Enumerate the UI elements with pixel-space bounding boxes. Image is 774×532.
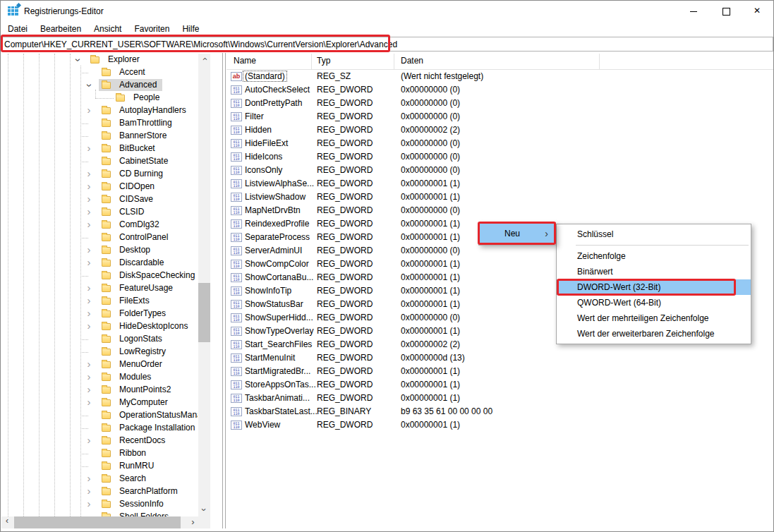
menu-favoriten[interactable]: Favoriten (128, 22, 176, 34)
value-name[interactable]: IconsOnly (245, 165, 282, 175)
value-name[interactable]: ListviewAlphaSe... (245, 179, 314, 188)
tree-item-modules[interactable]: ›Modules (1, 371, 198, 384)
tree-item-operationstatusmanager[interactable]: OperationStatusManager (1, 409, 198, 422)
value-name[interactable]: TaskbarAnimati... (245, 393, 310, 403)
tree-item-bitbucket[interactable]: ›BitBucket (1, 143, 198, 155)
chevron-right-icon[interactable]: › (85, 498, 93, 511)
registry-value-row[interactable]: 011110HideIconsREG_DWORD0x00000000 (0) (226, 150, 773, 164)
tree-item-runmru[interactable]: RunMRU (1, 460, 198, 473)
column-header-name[interactable]: Name (234, 56, 256, 66)
tree-item-recentdocs[interactable]: ›RecentDocs (1, 435, 198, 447)
chevron-right-icon[interactable]: › (85, 473, 93, 485)
value-name[interactable]: TaskbarStateLast... (245, 406, 318, 416)
menu-datei[interactable]: Datei (1, 22, 34, 34)
chevron-right-icon[interactable]: › (85, 435, 93, 447)
tree-item-discardable[interactable]: ›Discardable (1, 257, 198, 270)
registry-value-row[interactable]: 011110StoreAppsOnTas...REG_DWORD0x000000… (226, 378, 773, 392)
chevron-down-icon[interactable]: › (83, 81, 95, 90)
value-name[interactable]: MapNetDrvBtn (245, 205, 301, 215)
column-separator[interactable] (311, 54, 312, 69)
value-name[interactable]: StartMenuInit (245, 353, 295, 363)
tree-item-comdlg32[interactable]: ›ComDlg32 (1, 219, 198, 231)
chevron-down-icon[interactable]: › (71, 56, 84, 64)
registry-value-row[interactable]: 011110TaskbarStateLast...REG_BINARYb9 63… (226, 405, 773, 418)
chevron-right-icon[interactable]: › (85, 104, 93, 117)
close-button[interactable]: ✕ (742, 1, 774, 22)
registry-value-row[interactable]: 011110IconsOnlyREG_DWORD0x00000000 (0) (226, 164, 773, 177)
value-name[interactable]: ShowTypeOverlay (245, 326, 313, 336)
tree-item-cidsave[interactable]: ›CIDSave (1, 193, 198, 206)
chevron-right-icon[interactable]: › (85, 181, 93, 193)
value-name[interactable]: SeparateProcess (245, 232, 310, 242)
tree-item-hidedesktopicons[interactable]: ›HideDesktopIcons (1, 320, 198, 333)
value-name[interactable]: HideIcons (245, 152, 282, 162)
submenu-item-schl-ssel[interactable]: Schlüssel (557, 226, 751, 242)
tree-item-sessioninfo[interactable]: ›SessionInfo (1, 498, 198, 511)
submenu-item-qword-wert-64-bit-[interactable]: QWORD-Wert (64-Bit) (557, 295, 751, 310)
tree-item-controlpanel[interactable]: ControlPanel (1, 231, 198, 244)
registry-value-row[interactable]: 011110HiddenREG_DWORD0x00000002 (2) (226, 123, 773, 137)
tree-item-explorer[interactable]: ›Explorer (1, 54, 198, 66)
value-name[interactable]: Hidden (245, 125, 272, 135)
chevron-right-icon[interactable]: › (85, 282, 93, 295)
chevron-right-icon[interactable]: › (85, 320, 93, 333)
value-name[interactable]: AutoCheckSelect (245, 85, 310, 95)
registry-value-row[interactable]: 011110ListviewAlphaSe...REG_DWORD0x00000… (226, 177, 773, 191)
tree-item-featureusage[interactable]: ›FeatureUsage (1, 282, 198, 295)
registry-value-row[interactable]: 011110TaskbarAnimati...REG_DWORD0x000000… (226, 392, 773, 405)
vertical-scroll-thumb[interactable] (198, 283, 210, 342)
column-separator[interactable] (394, 54, 394, 69)
tree-horizontal-scrollbar[interactable]: › › (1, 516, 199, 528)
column-separator[interactable] (599, 54, 600, 69)
chevron-right-icon[interactable]: › (85, 295, 93, 308)
value-name[interactable]: WebView (245, 420, 280, 430)
chevron-right-icon[interactable]: › (85, 358, 93, 371)
tree-item-people[interactable]: People (1, 92, 198, 104)
registry-value-row[interactable]: 011110ListviewShadowREG_DWORD0x00000001 … (226, 191, 773, 204)
registry-value-row[interactable]: 011110StartMigratedBr...REG_DWORD0x00000… (226, 365, 773, 378)
chevron-right-icon[interactable]: › (85, 257, 93, 270)
chevron-right-icon[interactable]: › (85, 219, 93, 231)
registry-value-row[interactable]: 011110FilterREG_DWORD0x00000000 (0) (226, 110, 773, 123)
menu-bearbeiten[interactable]: Bearbeiten (34, 22, 87, 34)
tree-item-bamthrottling[interactable]: BamThrottling (1, 117, 198, 130)
scroll-right-icon[interactable]: › (187, 516, 199, 528)
submenu-item-bin-rwert[interactable]: Binärwert (557, 264, 751, 279)
tree-item-mountpoints2[interactable]: ›MountPoints2 (1, 384, 198, 397)
value-name[interactable]: ServerAdminUI (245, 246, 302, 255)
chevron-right-icon[interactable]: › (85, 193, 93, 206)
submenu-item-zeichenfolge[interactable]: Zeichenfolge (557, 248, 751, 264)
value-name[interactable]: StoreAppsOnTas... (245, 380, 316, 389)
value-name[interactable]: ShowSuperHidd... (245, 313, 313, 322)
chevron-right-icon[interactable]: › (85, 384, 93, 397)
address-bar[interactable]: Computer\HKEY_CURRENT_USER\SOFTWARE\Micr… (1, 37, 773, 52)
value-name[interactable]: (Standard) (243, 71, 286, 81)
tree-item-searchplatform[interactable]: ›SearchPlatform (1, 485, 198, 498)
chevron-right-icon[interactable]: › (85, 168, 93, 181)
tree-item-lowregistry[interactable]: LowRegistry (1, 346, 198, 358)
column-header-type[interactable]: Typ (317, 56, 330, 66)
registry-value-row[interactable]: ab(Standard)REG_SZ(Wert nicht festgelegt… (226, 70, 773, 83)
tree-item-mycomputer[interactable]: ›MyComputer (1, 397, 198, 409)
registry-value-row[interactable]: 011110MapNetDrvBtnREG_DWORD0x00000000 (0… (226, 204, 773, 217)
value-name[interactable]: StartMigratedBr... (245, 366, 310, 376)
chevron-right-icon[interactable]: › (85, 143, 93, 155)
pane-splitter[interactable] (222, 53, 223, 528)
registry-value-row[interactable]: 011110StartMenuInitREG_DWORD0x0000000d (… (226, 351, 773, 365)
tree-item-package-installation[interactable]: Package Installation (1, 422, 198, 435)
tree-item-logonstats[interactable]: LogonStats (1, 333, 198, 346)
submenu-item-wert-der-mehrteiligen-zeichenfolge[interactable]: Wert der mehrteiligen Zeichenfolge (557, 310, 751, 326)
column-header-data[interactable]: Daten (401, 56, 423, 66)
chevron-right-icon[interactable]: › (85, 244, 93, 257)
value-name[interactable]: DontPrettyPath (245, 98, 302, 108)
menu-item-neu[interactable]: Neu › (480, 224, 555, 244)
tree-item-cabinetstate[interactable]: CabinetState (1, 155, 198, 168)
tree-item-bannerstore[interactable]: BannerStore (1, 130, 198, 143)
tree-item-desktop[interactable]: ›Desktop (1, 244, 198, 257)
chevron-right-icon[interactable]: › (85, 206, 93, 219)
value-name[interactable]: ShowInfoTip (245, 286, 291, 296)
minimize-button[interactable] (677, 1, 710, 22)
tree-item-cidopen[interactable]: ›CIDOpen (1, 181, 198, 193)
registry-value-row[interactable]: 011110AutoCheckSelectREG_DWORD0x00000000… (226, 83, 773, 97)
chevron-right-icon[interactable]: › (85, 371, 93, 384)
